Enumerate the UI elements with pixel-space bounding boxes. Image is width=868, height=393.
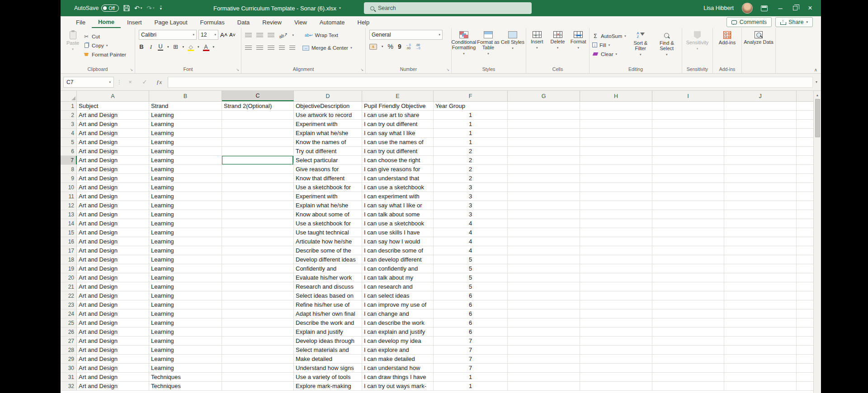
cell-E2[interactable]: I can use art to share — [362, 111, 434, 119]
cell-B20[interactable]: Learning — [149, 273, 222, 282]
align-left-icon[interactable] — [245, 46, 252, 51]
cell-D1[interactable]: ObjectiveDescription — [294, 102, 362, 110]
cell-F17[interactable]: 4 — [434, 246, 508, 255]
cell-C9[interactable] — [222, 174, 294, 182]
cell-J26[interactable] — [724, 328, 797, 336]
search-input[interactable] — [378, 5, 514, 11]
cell-H29[interactable] — [580, 355, 652, 363]
cell-C13[interactable] — [222, 210, 294, 219]
cell-A20[interactable]: Art and Design — [77, 273, 149, 282]
cell-F31[interactable]: 1 — [434, 373, 508, 381]
cell-A26[interactable]: Art and Design — [77, 328, 149, 336]
cell-E25[interactable]: I can describe the work — [362, 318, 434, 327]
cell-G5[interactable] — [508, 138, 580, 146]
cell-J29[interactable] — [724, 355, 797, 363]
cell-E30[interactable]: I can understand how — [362, 364, 434, 372]
row-header-1[interactable]: 1 — [61, 102, 77, 110]
cell-I9[interactable] — [652, 174, 724, 182]
cell-A15[interactable]: Art and Design — [77, 228, 149, 237]
column-header-A[interactable]: A — [77, 91, 149, 101]
name-box[interactable]: C7 ▾ — [63, 77, 114, 88]
cell-D20[interactable]: Evaluate his/her work — [294, 273, 362, 282]
cell-D29[interactable]: Make detailed — [294, 355, 362, 363]
cell-F23[interactable]: 6 — [434, 300, 508, 309]
cell-I14[interactable] — [652, 219, 724, 228]
orientation-button[interactable]: ab↗ — [278, 31, 288, 39]
insert-function-button[interactable]: ƒx — [153, 79, 165, 86]
cell-E4[interactable]: I can say what I like — [362, 129, 434, 137]
font-name-select[interactable]: Calibri ▾ — [139, 30, 197, 40]
cell-J11[interactable] — [724, 192, 797, 201]
cell-H8[interactable] — [580, 165, 652, 173]
cell-J2[interactable] — [724, 111, 797, 119]
tab-insert[interactable]: Insert — [121, 16, 148, 28]
cell-A17[interactable]: Art and Design — [77, 246, 149, 255]
cell-B32[interactable]: Techniques — [149, 382, 222, 390]
cell-D10[interactable]: Use a sketchbook for — [294, 183, 362, 192]
row-header-20[interactable]: 20 — [61, 273, 77, 282]
tab-formulas[interactable]: Formulas — [194, 16, 231, 28]
addins-button[interactable]: Add-ins — [713, 30, 741, 45]
cell-I4[interactable] — [652, 129, 724, 137]
formula-input[interactable] — [168, 77, 812, 87]
cell-E15[interactable]: I can use skills I have — [362, 228, 434, 237]
cell-A30[interactable]: Art and Design — [77, 364, 149, 372]
cell-F29[interactable]: 7 — [434, 355, 508, 363]
cell-F9[interactable]: 2 — [434, 174, 508, 182]
cell-F1[interactable]: Year Group — [434, 102, 508, 110]
tab-help[interactable]: Help — [351, 16, 376, 28]
share-button[interactable]: Share ▾ — [775, 17, 813, 27]
cell-H3[interactable] — [580, 120, 652, 128]
cell-B23[interactable]: Learning — [149, 300, 222, 309]
cell-A21[interactable]: Art and Design — [77, 282, 149, 291]
cell-E22[interactable]: I can select ideas — [362, 291, 434, 300]
row-header-11[interactable]: 11 — [61, 192, 77, 201]
cell-G30[interactable] — [508, 364, 580, 372]
row-header-32[interactable]: 32 — [61, 382, 77, 390]
tab-automate[interactable]: Automate — [313, 16, 351, 28]
row-header-4[interactable]: 4 — [61, 129, 77, 137]
cell-B25[interactable]: Learning — [149, 318, 222, 327]
row-header-25[interactable]: 25 — [61, 318, 77, 327]
cell-G1[interactable] — [508, 102, 580, 110]
cell-J5[interactable] — [724, 138, 797, 146]
cell-G14[interactable] — [508, 219, 580, 228]
cell-E26[interactable]: I can explain and justify — [362, 328, 434, 336]
cell-B22[interactable]: Learning — [149, 291, 222, 300]
cell-H18[interactable] — [580, 255, 652, 264]
clipboard-dialog-launcher[interactable]: ↘ — [130, 68, 133, 72]
cell-C18[interactable] — [222, 255, 294, 264]
cell-I23[interactable] — [652, 300, 724, 309]
cell-E10[interactable]: I can use a sketchbook — [362, 183, 434, 192]
row-header-26[interactable]: 26 — [61, 328, 77, 336]
cell-D25[interactable]: Describe the work and — [294, 318, 362, 327]
cell-F3[interactable]: 1 — [434, 120, 508, 128]
cell-F30[interactable]: 7 — [434, 364, 508, 372]
cell-G21[interactable] — [508, 282, 580, 291]
cell-E7[interactable]: I can choose the right — [362, 156, 434, 164]
cell-F14[interactable]: 4 — [434, 219, 508, 228]
cell-H9[interactable] — [580, 174, 652, 182]
cell-C28[interactable] — [222, 346, 294, 354]
cell-B7[interactable]: Learning — [149, 156, 222, 164]
cell-G16[interactable] — [508, 237, 580, 246]
decrease-font-size-button[interactable]: A˅ — [229, 32, 236, 37]
cell-I16[interactable] — [652, 237, 724, 246]
cell-D26[interactable]: Explain and justify — [294, 328, 362, 336]
cell-I7[interactable] — [652, 156, 724, 164]
undo-button[interactable]: ↶▾ — [134, 5, 142, 12]
cell-I29[interactable] — [652, 355, 724, 363]
cell-E6[interactable]: I can try out different — [362, 147, 434, 155]
cell-B8[interactable]: Learning — [149, 165, 222, 173]
cell-I8[interactable] — [652, 165, 724, 173]
cell-G26[interactable] — [508, 328, 580, 336]
cell-B28[interactable]: Learning — [149, 346, 222, 354]
cell-I21[interactable] — [652, 282, 724, 291]
increase-font-size-button[interactable]: A˄ — [220, 32, 227, 38]
cell-E24[interactable]: I can change and — [362, 309, 434, 318]
cell-C26[interactable] — [222, 328, 294, 336]
cell-C24[interactable] — [222, 309, 294, 318]
cell-F20[interactable]: 5 — [434, 273, 508, 282]
row-header-7[interactable]: 7 — [61, 156, 77, 164]
font-size-select[interactable]: 12 ▾ — [198, 30, 218, 40]
